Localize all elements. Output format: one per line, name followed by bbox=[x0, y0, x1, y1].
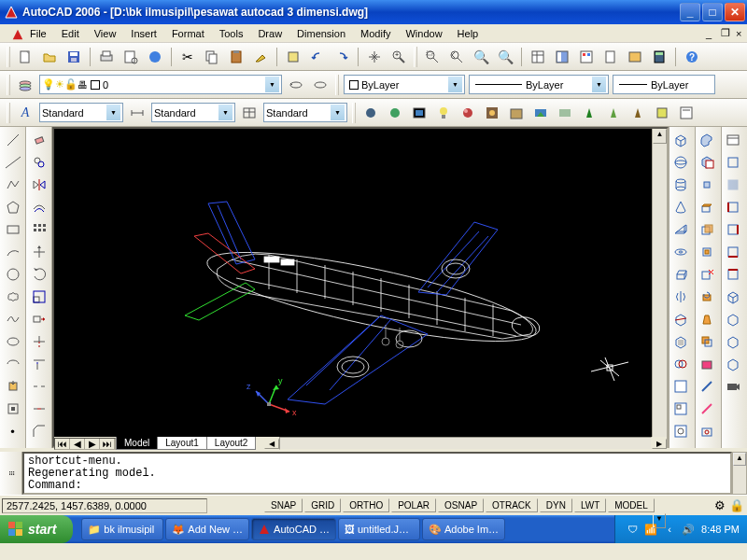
se-iso-button[interactable] bbox=[722, 309, 744, 329]
box-button[interactable] bbox=[669, 130, 692, 150]
tab-layout1[interactable]: Layout1 bbox=[157, 437, 207, 450]
rectangle-button[interactable] bbox=[2, 219, 24, 240]
menu-window[interactable]: Window bbox=[398, 26, 449, 41]
tab-last-button[interactable]: ⏭ bbox=[100, 439, 115, 449]
menu-tools[interactable]: Tools bbox=[212, 26, 251, 41]
taskbar-item[interactable]: 🎨 Adobe Im… bbox=[422, 518, 505, 540]
arc-button[interactable] bbox=[2, 242, 24, 262]
menu-modify[interactable]: Modify bbox=[353, 26, 398, 41]
ellipse-button[interactable] bbox=[2, 331, 24, 352]
menu-file[interactable]: File bbox=[22, 26, 54, 41]
extrude-button[interactable] bbox=[669, 264, 692, 285]
subtract-button[interactable] bbox=[696, 152, 718, 173]
snap-toggle[interactable]: SNAP bbox=[264, 498, 303, 512]
setup-drawing-button[interactable] bbox=[669, 376, 692, 397]
color-combo[interactable]: ByLayer ▼ bbox=[344, 75, 465, 94]
status-tray-icon[interactable]: ⚙ bbox=[712, 496, 728, 516]
toolbar-grip[interactable] bbox=[352, 103, 356, 123]
render-pref-button[interactable] bbox=[651, 102, 673, 124]
section-button[interactable] bbox=[669, 331, 692, 352]
break-button[interactable] bbox=[28, 376, 50, 397]
tray-volume-icon[interactable]: 🔊 bbox=[681, 522, 696, 537]
point-button[interactable]: • bbox=[2, 421, 24, 441]
paste-button[interactable] bbox=[225, 46, 247, 68]
publish-button[interactable] bbox=[144, 46, 166, 68]
osnap-toggle[interactable]: OSNAP bbox=[438, 498, 484, 512]
zoom-out-button[interactable]: 🔍 bbox=[494, 46, 516, 68]
menu-view[interactable]: View bbox=[87, 26, 124, 41]
toolbar-grip[interactable] bbox=[7, 103, 10, 123]
model-viewport[interactable]: x y z bbox=[54, 129, 652, 437]
trim-button[interactable] bbox=[28, 331, 50, 352]
polyline-button[interactable] bbox=[2, 175, 24, 195]
materials-button[interactable] bbox=[457, 102, 479, 124]
taskbar-item[interactable]: 🦊 Add New … bbox=[165, 518, 249, 540]
sw-iso-button[interactable] bbox=[722, 287, 744, 307]
tablestyle-combo[interactable]: Standard ▼ bbox=[263, 103, 347, 122]
textstyle-combo[interactable]: Standard ▼ bbox=[39, 103, 123, 122]
spline-button[interactable] bbox=[2, 309, 24, 329]
hscroll-left-button[interactable]: ◀ bbox=[264, 439, 279, 449]
coordinates-display[interactable]: 2577.2425, 1457.6389, 0.0000 bbox=[2, 498, 207, 513]
fog-button[interactable] bbox=[554, 102, 576, 124]
background-button[interactable] bbox=[529, 102, 552, 124]
mirror-button[interactable] bbox=[28, 175, 50, 195]
setup-view-button[interactable] bbox=[669, 399, 692, 419]
top-view-button[interactable] bbox=[722, 152, 744, 173]
status-comm-icon[interactable]: 🔒 bbox=[728, 496, 745, 516]
polar-toggle[interactable]: POLAR bbox=[391, 498, 436, 512]
array-button[interactable] bbox=[28, 219, 50, 240]
toolpalettes-button[interactable] bbox=[575, 46, 598, 68]
minimize-button[interactable]: _ bbox=[680, 3, 700, 21]
taskbar-item[interactable]: 📁 bk ilmusipil bbox=[81, 518, 163, 540]
mapping-button[interactable] bbox=[505, 102, 528, 124]
rotate-button[interactable] bbox=[28, 264, 50, 285]
materials-lib-button[interactable] bbox=[481, 102, 503, 124]
menu-dimension[interactable]: Dimension bbox=[289, 26, 353, 41]
join-button[interactable] bbox=[28, 399, 50, 419]
plot-button[interactable] bbox=[95, 46, 118, 68]
taskbar-item[interactable]: 🖼 untitled.J… bbox=[338, 518, 420, 540]
nw-iso-button[interactable] bbox=[722, 354, 744, 374]
right-view-button[interactable] bbox=[722, 219, 744, 240]
zoom-in-button[interactable]: 🔍 bbox=[470, 46, 492, 68]
mdi-minimize-button[interactable]: _ bbox=[698, 26, 713, 41]
erase-button[interactable] bbox=[28, 130, 50, 150]
dimstyle-icon[interactable] bbox=[126, 102, 148, 124]
hide-button[interactable] bbox=[359, 102, 382, 124]
otrack-toggle[interactable]: OTRACK bbox=[486, 498, 538, 512]
delete-face-button[interactable] bbox=[696, 264, 718, 285]
tab-next-button[interactable]: ▶ bbox=[85, 439, 100, 449]
left-view-button[interactable] bbox=[722, 197, 744, 217]
revolve-button[interactable] bbox=[669, 287, 692, 307]
mdi-app-icon[interactable] bbox=[4, 26, 19, 41]
command-grip[interactable]: ⠿ bbox=[0, 452, 22, 495]
landscape-edit-button[interactable] bbox=[602, 102, 625, 124]
copy-object-button[interactable] bbox=[28, 152, 50, 173]
properties-button[interactable] bbox=[527, 46, 549, 68]
tray-clock[interactable]: 8:48 PM bbox=[701, 524, 740, 535]
named-views-button[interactable] bbox=[722, 130, 744, 150]
tab-model[interactable]: Model bbox=[116, 437, 158, 450]
toolbar-grip[interactable] bbox=[7, 47, 10, 67]
insert-block-button[interactable] bbox=[2, 376, 24, 397]
scene-button[interactable] bbox=[408, 102, 430, 124]
ne-iso-button[interactable] bbox=[722, 331, 744, 352]
wedge-button[interactable] bbox=[669, 219, 692, 240]
layer-previous-button[interactable] bbox=[285, 74, 307, 96]
block-editor-button[interactable] bbox=[282, 46, 304, 68]
mdi-close-button[interactable]: × bbox=[728, 26, 743, 41]
redo-button[interactable] bbox=[331, 46, 353, 68]
command-scrollbar[interactable]: ▲ bbox=[732, 452, 747, 495]
taper-face-button[interactable] bbox=[696, 309, 718, 329]
rotate-face-button[interactable] bbox=[696, 287, 718, 307]
system-tray[interactable]: 🛡 📶 ‹ 🔊 8:48 PM bbox=[614, 515, 747, 543]
imprint-button[interactable] bbox=[696, 421, 718, 441]
hscroll-right-button[interactable]: ▶ bbox=[652, 439, 667, 449]
lwt-toggle[interactable]: LWT bbox=[574, 498, 606, 512]
copy-button[interactable] bbox=[201, 46, 223, 68]
tray-icon[interactable]: 🛡 bbox=[625, 522, 640, 537]
maximize-button[interactable]: □ bbox=[702, 3, 723, 21]
front-view-button[interactable] bbox=[722, 242, 744, 262]
tab-prev-button[interactable]: ◀ bbox=[70, 439, 85, 449]
